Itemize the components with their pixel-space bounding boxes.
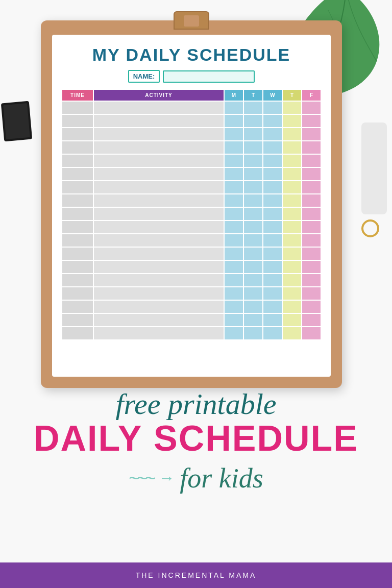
time-cell[interactable] <box>62 155 93 167</box>
activity-cell[interactable] <box>94 261 224 273</box>
wednesday-cell[interactable] <box>263 128 282 140</box>
wednesday-cell[interactable] <box>263 221 282 233</box>
activity-cell[interactable] <box>94 155 224 167</box>
thursday-cell[interactable] <box>283 181 301 193</box>
tuesday-cell[interactable] <box>244 208 262 220</box>
thursday-cell[interactable] <box>283 155 301 167</box>
thursday-cell[interactable] <box>283 221 301 233</box>
thursday-cell[interactable] <box>283 128 301 140</box>
tuesday-cell[interactable] <box>244 181 262 193</box>
tuesday-cell[interactable] <box>244 141 262 154</box>
wednesday-cell[interactable] <box>263 208 282 220</box>
activity-cell[interactable] <box>94 128 224 140</box>
thursday-cell[interactable] <box>283 287 301 300</box>
name-input-box[interactable] <box>163 70 255 83</box>
friday-cell[interactable] <box>302 155 321 167</box>
monday-cell[interactable] <box>225 168 243 180</box>
friday-cell[interactable] <box>302 168 321 180</box>
tuesday-cell[interactable] <box>244 248 262 260</box>
wednesday-cell[interactable] <box>263 194 282 207</box>
thursday-cell[interactable] <box>283 234 301 247</box>
friday-cell[interactable] <box>302 274 321 286</box>
activity-cell[interactable] <box>94 102 224 114</box>
friday-cell[interactable] <box>302 102 321 114</box>
monday-cell[interactable] <box>225 261 243 273</box>
monday-cell[interactable] <box>225 181 243 193</box>
wednesday-cell[interactable] <box>263 301 282 313</box>
activity-cell[interactable] <box>94 274 224 286</box>
wednesday-cell[interactable] <box>263 115 282 127</box>
time-cell[interactable] <box>62 274 93 286</box>
monday-cell[interactable] <box>225 115 243 127</box>
wednesday-cell[interactable] <box>263 248 282 260</box>
friday-cell[interactable] <box>302 208 321 220</box>
thursday-cell[interactable] <box>283 208 301 220</box>
tuesday-cell[interactable] <box>244 194 262 207</box>
monday-cell[interactable] <box>225 128 243 140</box>
friday-cell[interactable] <box>302 115 321 127</box>
time-cell[interactable] <box>62 301 93 313</box>
wednesday-cell[interactable] <box>263 234 282 247</box>
activity-cell[interactable] <box>94 248 224 260</box>
tuesday-cell[interactable] <box>244 274 262 286</box>
tuesday-cell[interactable] <box>244 102 262 114</box>
monday-cell[interactable] <box>225 221 243 233</box>
monday-cell[interactable] <box>225 155 243 167</box>
time-cell[interactable] <box>62 234 93 247</box>
wednesday-cell[interactable] <box>263 155 282 167</box>
activity-cell[interactable] <box>94 287 224 300</box>
activity-cell[interactable] <box>94 301 224 313</box>
time-cell[interactable] <box>62 102 93 114</box>
tuesday-cell[interactable] <box>244 234 262 247</box>
activity-cell[interactable] <box>94 168 224 180</box>
thursday-cell[interactable] <box>283 194 301 207</box>
monday-cell[interactable] <box>225 194 243 207</box>
time-cell[interactable] <box>62 221 93 233</box>
tuesday-cell[interactable] <box>244 221 262 233</box>
activity-cell[interactable] <box>94 208 224 220</box>
friday-cell[interactable] <box>302 141 321 154</box>
wednesday-cell[interactable] <box>263 314 282 326</box>
activity-cell[interactable] <box>94 181 224 193</box>
monday-cell[interactable] <box>225 327 243 339</box>
time-cell[interactable] <box>62 314 93 326</box>
thursday-cell[interactable] <box>283 261 301 273</box>
friday-cell[interactable] <box>302 234 321 247</box>
thursday-cell[interactable] <box>283 115 301 127</box>
wednesday-cell[interactable] <box>263 274 282 286</box>
friday-cell[interactable] <box>302 314 321 326</box>
wednesday-cell[interactable] <box>263 261 282 273</box>
monday-cell[interactable] <box>225 287 243 300</box>
time-cell[interactable] <box>62 181 93 193</box>
wednesday-cell[interactable] <box>263 327 282 339</box>
friday-cell[interactable] <box>302 181 321 193</box>
activity-cell[interactable] <box>94 115 224 127</box>
tuesday-cell[interactable] <box>244 155 262 167</box>
time-cell[interactable] <box>62 208 93 220</box>
thursday-cell[interactable] <box>283 102 301 114</box>
tuesday-cell[interactable] <box>244 168 262 180</box>
thursday-cell[interactable] <box>283 301 301 313</box>
thursday-cell[interactable] <box>283 141 301 154</box>
tuesday-cell[interactable] <box>244 314 262 326</box>
friday-cell[interactable] <box>302 128 321 140</box>
monday-cell[interactable] <box>225 301 243 313</box>
time-cell[interactable] <box>62 115 93 127</box>
monday-cell[interactable] <box>225 208 243 220</box>
time-cell[interactable] <box>62 327 93 339</box>
friday-cell[interactable] <box>302 248 321 260</box>
friday-cell[interactable] <box>302 287 321 300</box>
wednesday-cell[interactable] <box>263 168 282 180</box>
monday-cell[interactable] <box>225 102 243 114</box>
tuesday-cell[interactable] <box>244 287 262 300</box>
tuesday-cell[interactable] <box>244 128 262 140</box>
monday-cell[interactable] <box>225 314 243 326</box>
friday-cell[interactable] <box>302 221 321 233</box>
activity-cell[interactable] <box>94 234 224 247</box>
thursday-cell[interactable] <box>283 274 301 286</box>
wednesday-cell[interactable] <box>263 102 282 114</box>
time-cell[interactable] <box>62 141 93 154</box>
time-cell[interactable] <box>62 168 93 180</box>
activity-cell[interactable] <box>94 327 224 339</box>
friday-cell[interactable] <box>302 301 321 313</box>
